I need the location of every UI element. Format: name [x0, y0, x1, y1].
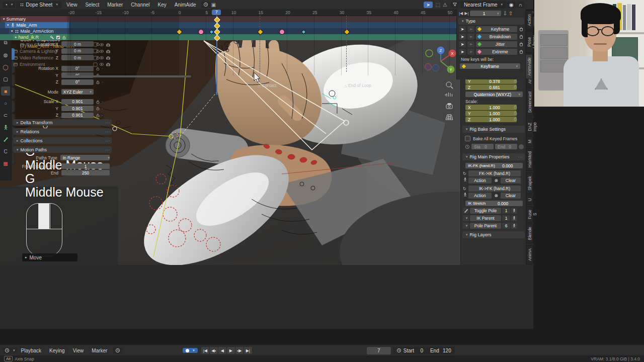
- scale-label: Scale:: [465, 99, 526, 104]
- bone-constraint-icon[interactable]: C: [1, 147, 10, 156]
- armature-data-icon[interactable]: [1, 123, 10, 132]
- bake-toggle-icon[interactable]: [519, 144, 524, 149]
- timeline-stopwatch-icon[interactable]: [113, 347, 122, 353]
- clock-icon: [5, 348, 10, 353]
- ik-to-fk-action-button[interactable]: Action: [468, 193, 492, 199]
- texture-icon[interactable]: ▩: [1, 159, 10, 168]
- timeline-menu-playback[interactable]: Playback: [17, 347, 46, 354]
- person-icon: [463, 177, 467, 182]
- sidebar-tab-daz-impo[interactable]: DAZ Impo: [526, 118, 533, 136]
- screencast-key-line: Middle Mouse: [25, 186, 104, 199]
- person-glasses-left: [586, 26, 599, 36]
- sidebar-tab-anima[interactable]: AnimA: [526, 245, 533, 264]
- status-left-text: Axis Snap: [15, 356, 34, 361]
- bone-icon: [464, 209, 468, 213]
- ik-stretch-slider[interactable]: IK Stretch0.000: [465, 201, 523, 206]
- clock-icon: [396, 348, 401, 353]
- scale-fields: X1.000Y1.000Z1.000: [461, 105, 526, 122]
- operator-label: Move: [30, 255, 42, 260]
- prop-scale-x: Scale X0.901·: [15, 99, 110, 105]
- physics-icon[interactable]: ○: [1, 99, 10, 108]
- paths-type-dropdown[interactable]: In Range▾: [60, 155, 110, 160]
- play-reverse-button[interactable]: ◀: [218, 347, 226, 354]
- np-scale-lock-icon[interactable]: [513, 117, 518, 121]
- rig-bake-panel-header[interactable]: ▾Rig Bake Settings: [462, 126, 525, 133]
- ik-to-fk-button[interactable]: IK->FK (hand.R): [468, 186, 521, 192]
- timeline-menu-view[interactable]: View: [69, 347, 88, 354]
- sidebar-tab-m[interactable]: M: [526, 136, 533, 147]
- operator-panel[interactable]: ▸Move: [22, 253, 77, 261]
- timeline-menus: PlaybackKeyingViewMarker: [17, 347, 112, 354]
- np-scale-lock-icon[interactable]: [513, 111, 518, 115]
- fk-to-ik-button[interactable]: FK->IK (hand.R): [468, 170, 521, 176]
- bone-icon: [3, 137, 9, 142]
- fk-to-ik-icons: ↻: [463, 170, 467, 184]
- np-rotation-z[interactable]: Z0.681: [465, 84, 517, 90]
- auto-keying-record-button[interactable]: ▾: [183, 348, 198, 353]
- rig-layers-panel-header[interactable]: ▾Rig Layers: [462, 231, 525, 238]
- person-icon: [512, 209, 516, 213]
- current-frame-field[interactable]: 7: [367, 347, 391, 354]
- bone-icon[interactable]: [1, 135, 10, 144]
- timeline-editor-icon[interactable]: ▾: [3, 347, 17, 353]
- sidebar-tab-blende[interactable]: Blende: [526, 223, 533, 243]
- frame-range-end-field[interactable]: 250: [61, 170, 110, 175]
- fk-to-ik-clear-button[interactable]: Clear: [501, 177, 521, 184]
- clock-icon: [115, 348, 120, 353]
- frame-start-field[interactable]: Start0: [393, 347, 427, 354]
- object-icon[interactable]: ■: [1, 86, 10, 96]
- prop-field[interactable]: 0.901: [61, 99, 94, 105]
- np-scale-z[interactable]: Z1.000: [465, 117, 517, 122]
- ik-to-fk-clear-button[interactable]: Clear: [501, 193, 521, 199]
- sidebar-tab-fuse-s[interactable]: Fuse S: [526, 206, 533, 223]
- jump-end-button[interactable]: ▶|: [244, 347, 252, 354]
- panel-header-collections[interactable]: ▸Collections⋯: [13, 137, 111, 144]
- timeline-menu-keying[interactable]: Keying: [45, 347, 69, 354]
- prop-field[interactable]: 0.901: [61, 106, 94, 111]
- frame-range-end-label: End: [15, 170, 61, 175]
- bake-end-field[interactable]: End0: [495, 144, 517, 149]
- fk-to-ik-clear-icon[interactable]: ⊗: [493, 177, 500, 184]
- ikfk-slider[interactable]: IK-FK (hand.R)0.000: [465, 163, 523, 168]
- prop-y: Y0.901·: [15, 106, 110, 111]
- ik-to-fk-group: ↻IK->FK (hand.R)Action⊗Clear: [463, 186, 526, 199]
- panel-header-relations[interactable]: ▸Relations⋯: [13, 128, 111, 135]
- prop-z: Z0°·: [15, 79, 110, 85]
- rig-main-panel-header[interactable]: ▾Rig Main Properties⋯: [462, 153, 525, 160]
- fk-to-ik-action-button[interactable]: Action: [468, 177, 492, 184]
- bake-all-checkbox[interactable]: [465, 136, 470, 141]
- motion-paths-header[interactable]: ▾Motion Paths⋯: [13, 146, 111, 153]
- constraints-icon[interactable]: ⊂: [1, 111, 10, 120]
- play-button[interactable]: ▶: [227, 347, 235, 354]
- np-scale-y[interactable]: Y1.000: [465, 111, 517, 116]
- prop-field[interactable]: 0.901: [61, 113, 94, 118]
- blender-window: Blender* [C:\Seabrook\Blender Projects\S…: [0, 0, 644, 362]
- frame-range-start-field[interactable]: 1: [61, 163, 110, 169]
- clock-icon: [465, 144, 470, 149]
- prev-keyframe-button[interactable]: ◀•: [210, 347, 218, 354]
- jump-start-button[interactable]: |◀: [201, 347, 209, 354]
- lock-icon: [96, 100, 100, 104]
- frame-end-field[interactable]: End120: [427, 347, 455, 354]
- bake-clock-icon: [465, 144, 470, 149]
- bake-start-field[interactable]: Sta0: [471, 144, 494, 149]
- sidebar-tab-shapek[interactable]: Shapek: [526, 172, 533, 194]
- rotation-mode-dropdown[interactable]: Quaternion (WXYZ)▾: [465, 92, 523, 97]
- np-scale-lock-icon[interactable]: [513, 105, 518, 109]
- sidebar-tab-hairmod[interactable]: HairMod: [526, 148, 533, 171]
- panel-header-delta-transform[interactable]: ▸Delta Transform⋯: [13, 119, 111, 126]
- np-rotation-lock-icon[interactable]: [513, 84, 518, 89]
- next-keyframe-button[interactable]: •▶: [235, 347, 244, 354]
- prop-field[interactable]: XYZ Euler▾: [61, 89, 94, 95]
- lock-icon: [513, 84, 518, 89]
- sidebar-tab-screencast[interactable]: Screencast: [526, 88, 533, 117]
- prop-field[interactable]: 0°: [61, 79, 94, 85]
- timeline-menu-marker[interactable]: Marker: [88, 347, 111, 354]
- frame-range-start-label: Frame Range Start: [15, 164, 61, 169]
- sidebar-tab-u[interactable]: U: [526, 195, 533, 205]
- ik-to-fk-clear-icon[interactable]: ⊗: [493, 193, 500, 199]
- middle-mouse-button-highlight: [39, 204, 50, 229]
- np-scale-x[interactable]: X1.000: [465, 105, 517, 110]
- status-bar: Alt Axis Snap VRAM: 3.1/8.0 GiB | 3.4.0: [0, 355, 644, 362]
- collection-icon[interactable]: ▢: [1, 74, 10, 83]
